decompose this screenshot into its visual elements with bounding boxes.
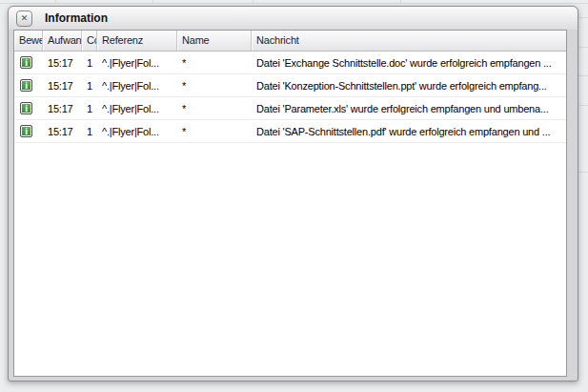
cell-aufwand: 15:17 xyxy=(43,74,82,96)
info-icon: i xyxy=(20,125,32,137)
column-header-nachricht[interactable]: Nachricht xyxy=(252,31,566,51)
background-gridline xyxy=(400,0,401,3)
column-header-referenz[interactable]: Referenz xyxy=(97,31,177,51)
info-icon: i xyxy=(20,102,32,114)
cell-name: * xyxy=(177,120,252,142)
message-grid: BeweAufwanCoReferenzNameNachricht i15:17… xyxy=(13,30,567,377)
background-gridline xyxy=(0,3,588,4)
column-header-bew[interactable]: Bewe xyxy=(14,31,43,51)
background-gridline xyxy=(152,0,153,3)
cell-name: * xyxy=(177,97,252,119)
dialog-titlebar[interactable]: ✕ Information xyxy=(9,7,578,30)
cell-nachricht: Datei 'Konzeption-Schnittstellen.ppt' wu… xyxy=(252,74,566,96)
cell-aufwand: 15:17 xyxy=(43,120,82,142)
cell-bew: i xyxy=(14,52,43,73)
cell-referenz: ^.|Flyer|Fol... xyxy=(97,74,177,96)
grid-header: BeweAufwanCoReferenzNameNachricht xyxy=(14,31,566,52)
cell-name: * xyxy=(177,52,252,73)
info-icon: i xyxy=(20,56,32,69)
cell-name: * xyxy=(177,74,252,96)
cell-bew: i xyxy=(14,74,43,96)
column-header-count[interactable]: Co xyxy=(82,31,97,51)
cell-referenz: ^.|Flyer|Fol... xyxy=(97,52,177,73)
cell-aufwand: 15:17 xyxy=(43,97,82,119)
cell-count: 1 xyxy=(82,52,97,73)
cell-nachricht: Datei 'Exchange Schnittstelle.doc' wurde… xyxy=(252,52,566,73)
cell-count: 1 xyxy=(82,120,97,142)
information-dialog: ✕ Information BeweAufwanCoReferenzNameNa… xyxy=(8,6,578,382)
cell-bew: i xyxy=(14,97,43,119)
table-row[interactable]: i15:171^.|Flyer|Fol...*Datei 'Exchange S… xyxy=(14,52,566,74)
cell-count: 1 xyxy=(82,97,97,119)
table-row[interactable]: i15:171^.|Flyer|Fol...*Datei 'Konzeption… xyxy=(14,74,566,97)
grid-body: i15:171^.|Flyer|Fol...*Datei 'Exchange S… xyxy=(14,52,566,143)
cell-count: 1 xyxy=(82,74,97,96)
column-header-name[interactable]: Name xyxy=(177,31,252,51)
cell-nachricht: Datei 'Parameter.xls' wurde erfolgreich … xyxy=(252,97,566,119)
table-row[interactable]: i15:171^.|Flyer|Fol...*Datei 'Parameter.… xyxy=(14,97,566,120)
close-icon[interactable]: ✕ xyxy=(16,10,32,27)
info-icon: i xyxy=(20,79,32,92)
cell-referenz: ^.|Flyer|Fol... xyxy=(97,97,177,119)
cell-bew: i xyxy=(14,120,43,142)
cell-aufwand: 15:17 xyxy=(43,52,82,73)
table-row[interactable]: i15:171^.|Flyer|Fol...*Datei 'SAP-Schnit… xyxy=(14,120,566,143)
dialog-title: Information xyxy=(45,11,108,25)
cell-referenz: ^.|Flyer|Fol... xyxy=(97,120,177,142)
cell-nachricht: Datei 'SAP-Schnittstellen.pdf' wurde erf… xyxy=(252,120,566,142)
background-gridline xyxy=(253,0,253,3)
background-gridline xyxy=(55,0,56,3)
column-header-aufwand[interactable]: Aufwan xyxy=(43,31,82,51)
